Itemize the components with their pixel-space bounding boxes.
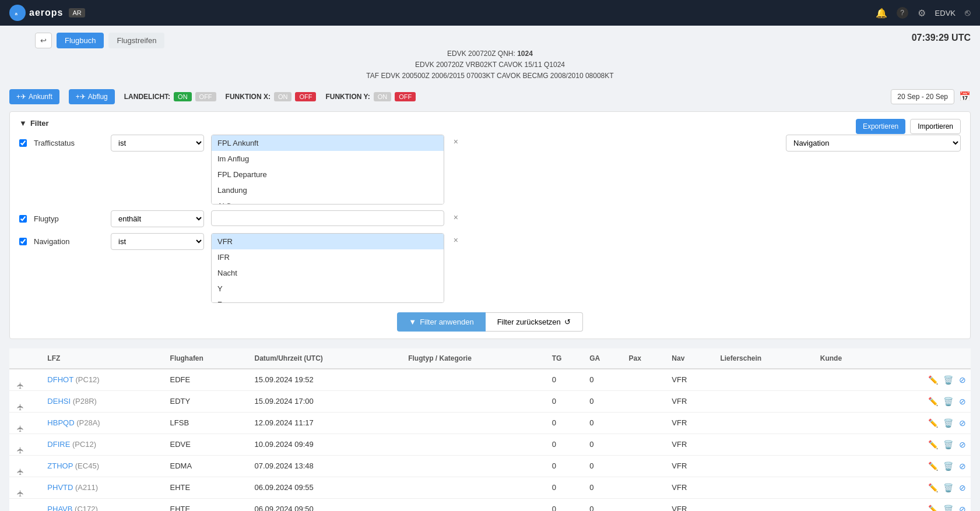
row-lfz: DFHOT (PC12): [43, 369, 165, 391]
navigation-checkbox[interactable]: [19, 238, 27, 245]
row-actions: ✏️ 🗑️ ⊘: [877, 498, 971, 511]
delete-icon[interactable]: 🗑️: [943, 397, 953, 406]
row-nav: VFR: [667, 390, 715, 412]
dropdown-item-landung[interactable]: Landung: [212, 182, 444, 198]
delete-icon[interactable]: 🗑️: [943, 483, 953, 492]
dropdown-item-ifr[interactable]: IFR: [212, 249, 444, 265]
lfz-link[interactable]: DFIRE: [47, 440, 70, 449]
row-flugtyp: [403, 498, 547, 511]
time-display: 07:39:29 UTC: [912, 33, 971, 43]
dropdown-item-im-anflug[interactable]: Im Anflug: [212, 151, 444, 167]
filter-button-row: ▼ Filter anwenden Filter zurücksetzen ↺: [19, 310, 961, 332]
row-datum: 15.09.2024 17:00: [250, 390, 404, 412]
row-tg: 0: [547, 434, 585, 455]
filter-apply-button[interactable]: ▼ Filter anwenden: [397, 312, 485, 332]
block-icon[interactable]: ⊘: [959, 397, 966, 406]
calendar-icon[interactable]: 📅: [959, 91, 971, 102]
flugtyp-checkbox[interactable]: [19, 215, 27, 223]
row-nav: VFR: [667, 498, 715, 511]
lfz-link[interactable]: PHVTD: [47, 483, 73, 492]
row-kunde: [816, 390, 877, 412]
funktion-x-off-button[interactable]: OFF: [295, 92, 316, 101]
import-button[interactable]: Importieren: [910, 119, 961, 134]
delete-icon[interactable]: 🗑️: [943, 461, 953, 471]
delete-icon[interactable]: 🗑️: [943, 440, 953, 449]
block-icon[interactable]: ⊘: [959, 418, 966, 428]
dropdown-item-abflug[interactable]: Abflug: [212, 198, 444, 205]
btn-ankunft[interactable]: +✈ + ✈ Ankunft Ankunft: [9, 89, 59, 104]
edit-icon[interactable]: ✏️: [928, 461, 938, 471]
dropdown-item-fpl-departure[interactable]: FPL Departure: [212, 167, 444, 182]
export-button[interactable]: Exportieren: [856, 119, 905, 134]
notification-icon[interactable]: 🔔: [876, 8, 887, 19]
lfz-link[interactable]: PHAVB: [47, 505, 72, 511]
lfz-link[interactable]: HBPQD: [47, 418, 74, 427]
edit-icon[interactable]: ✏️: [928, 483, 938, 492]
funktion-y-off-button[interactable]: OFF: [395, 92, 416, 101]
edit-icon[interactable]: ✏️: [928, 418, 938, 428]
tab-flugbuch[interactable]: Flugbuch: [57, 33, 104, 48]
navbar-left: a aerops AR: [9, 5, 85, 21]
dropdown-item-fpl-ankunft[interactable]: FPL Ankunft: [212, 135, 444, 151]
lfz-link[interactable]: DFHOT: [47, 375, 73, 384]
funktion-y-on-button[interactable]: ON: [374, 92, 392, 101]
dropdown-item-z[interactable]: Z: [212, 297, 444, 303]
trafficstatus-close-icon[interactable]: ×: [454, 137, 458, 146]
btn-abflug[interactable]: +✈ Abflug: [69, 89, 115, 104]
funktion-x-on-button[interactable]: ON: [274, 92, 292, 101]
row-kunde: [816, 477, 877, 498]
block-icon[interactable]: ⊘: [959, 505, 966, 511]
row-ga: 0: [585, 498, 624, 511]
block-icon[interactable]: ⊘: [959, 375, 966, 385]
landelicht-off-button[interactable]: OFF: [195, 92, 216, 101]
row-ga: 0: [585, 477, 624, 498]
edit-icon[interactable]: ✏️: [928, 375, 938, 385]
navbar-logo: a aerops: [9, 5, 63, 21]
date-range[interactable]: 20 Sep - 20 Sep: [891, 89, 954, 104]
lfz-link[interactable]: DEHSI: [47, 397, 71, 406]
navigation-right-dropdown-wrapper: Navigation VFR IFR Nacht: [786, 135, 961, 151]
filter-header[interactable]: ▼ Filter: [19, 119, 961, 128]
block-icon[interactable]: ⊘: [959, 461, 966, 471]
row-lfz: DFIRE (PC12): [43, 434, 165, 455]
block-icon[interactable]: ⊘: [959, 483, 966, 492]
user-label[interactable]: EDVK: [935, 9, 956, 17]
filter-reset-button[interactable]: Filter zurücksetzen ↺: [486, 312, 583, 332]
trafficstatus-checkbox[interactable]: [19, 139, 27, 147]
navigation-close-icon[interactable]: ×: [454, 235, 458, 245]
edit-icon[interactable]: ✏️: [928, 397, 938, 406]
dropdown-item-vfr[interactable]: VFR: [212, 234, 444, 249]
lfz-link[interactable]: ZTHOP: [47, 461, 73, 470]
delete-icon[interactable]: 🗑️: [943, 505, 953, 511]
svg-text:a: a: [15, 11, 18, 16]
trafficstatus-operator-select[interactable]: ist ist nicht enthält: [111, 135, 204, 151]
back-button[interactable]: ↩: [35, 33, 52, 48]
signout-icon[interactable]: ⎋: [965, 8, 971, 18]
row-pax: [624, 412, 667, 434]
col-lfz: LFZ: [43, 348, 165, 369]
dropdown-item-y[interactable]: Y: [212, 281, 444, 297]
row-kunde: [816, 498, 877, 511]
edit-icon[interactable]: ✏️: [928, 505, 938, 511]
navigation-operator-select[interactable]: ist ist nicht enthält: [111, 233, 204, 250]
row-actions: ✏️ 🗑️ ⊘: [877, 434, 971, 455]
delete-icon[interactable]: 🗑️: [943, 375, 953, 385]
row-flughafen: EDMA: [166, 455, 250, 477]
flugtyp-close-icon[interactable]: ×: [454, 213, 458, 222]
row-flughafen: EDFE: [166, 369, 250, 391]
flugtyp-input[interactable]: [211, 210, 444, 226]
edit-icon[interactable]: ✏️: [928, 440, 938, 449]
row-kunde: [816, 369, 877, 391]
dropdown-item-nacht[interactable]: Nacht: [212, 265, 444, 281]
delete-icon[interactable]: 🗑️: [943, 418, 953, 428]
navigation-right-dropdown[interactable]: Navigation VFR IFR Nacht: [786, 135, 961, 151]
landelicht-on-button[interactable]: ON: [174, 92, 192, 101]
help-icon[interactable]: ?: [897, 7, 908, 19]
row-ga: 0: [585, 412, 624, 434]
settings-icon[interactable]: ⚙: [918, 8, 926, 19]
block-icon[interactable]: ⊘: [959, 440, 966, 449]
main-container: ↩ Flugbuch Flugstreifen 07:39:29 UTC EDV…: [0, 26, 980, 511]
tab-flugstreifen[interactable]: Flugstreifen: [108, 33, 164, 48]
row-lfz: DEHSI (P28R): [43, 390, 165, 412]
flugtyp-operator-select[interactable]: enthält ist ist nicht: [111, 210, 204, 227]
